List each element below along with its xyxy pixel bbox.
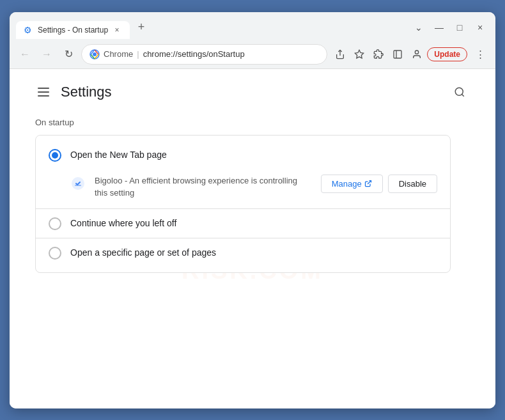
option-new-tab-label: Open the New Tab page	[70, 150, 167, 160]
extension-icon[interactable]	[369, 45, 387, 63]
browser-window: ⚙ Settings - On startup × + ⌄ — □ × ← → …	[10, 12, 495, 408]
maximize-button[interactable]: □	[451, 20, 469, 35]
active-tab[interactable]: ⚙ Settings - On startup ×	[16, 21, 130, 39]
page-title: Settings	[61, 84, 112, 100]
title-bar: ⚙ Settings - On startup × + ⌄ — □ ×	[10, 12, 495, 40]
option-new-tab-row[interactable]: Open the New Tab page	[36, 141, 450, 169]
option-continue-label: Continue where you left off	[70, 218, 176, 228]
option-continue-row[interactable]: Continue where you left off	[36, 209, 450, 238]
sidebar-toggle-icon[interactable]	[389, 45, 407, 63]
window-controls: ⌄ — □ ×	[410, 20, 489, 35]
extension-sub-icon	[70, 176, 86, 191]
tab-favicon: ⚙	[24, 25, 34, 35]
svg-rect-10	[75, 185, 81, 186]
svg-line-11	[368, 181, 371, 185]
svg-line-8	[462, 94, 463, 96]
address-divider: |	[137, 49, 139, 59]
search-button[interactable]	[449, 82, 470, 102]
bookmark-icon[interactable]	[350, 45, 368, 63]
settings-layout: TC RISK.COM Settings	[10, 69, 495, 408]
share-icon[interactable]	[331, 45, 349, 63]
hamburger-menu-button[interactable]	[35, 85, 52, 99]
svg-marker-3	[355, 50, 364, 58]
tab-close-button[interactable]: ×	[112, 25, 122, 35]
settings-title-row: Settings	[35, 84, 112, 100]
toolbar: ← → ↻ Chrome | chrome://settings/onStart…	[10, 40, 495, 69]
radio-new-tab[interactable]	[49, 149, 61, 162]
svg-point-6	[416, 51, 419, 54]
chrome-logo-icon	[89, 49, 100, 59]
back-button[interactable]: ←	[16, 45, 34, 63]
option-specific-row[interactable]: Open a specific page or set of pages	[36, 238, 450, 267]
more-menu-icon[interactable]: ⋮	[471, 45, 489, 63]
new-tab-button[interactable]: +	[132, 19, 150, 36]
svg-point-7	[455, 88, 463, 95]
pin-button[interactable]: ⌄	[410, 20, 428, 35]
extension-notice-row: Bigoloo - An efficient browsing experien…	[36, 169, 450, 208]
minimize-button[interactable]: —	[430, 20, 448, 35]
radio-specific[interactable]	[49, 247, 61, 260]
tab-title: Settings - On startup	[38, 26, 108, 35]
settings-main: TC RISK.COM Settings	[10, 69, 495, 408]
page-content: TC RISK.COM Settings	[10, 69, 495, 408]
manage-button[interactable]: Manage	[321, 175, 383, 193]
address-bar[interactable]: Chrome | chrome://settings/onStartup	[81, 44, 327, 65]
address-chrome-label: Chrome	[104, 49, 133, 59]
svg-point-1	[93, 52, 97, 56]
toolbar-actions: Update ⋮	[331, 45, 489, 63]
tab-strip: ⚙ Settings - On startup × +	[16, 19, 410, 39]
section-label: On startup	[35, 118, 470, 127]
forward-button[interactable]: →	[38, 45, 56, 63]
close-button[interactable]: ×	[471, 20, 489, 35]
option-specific-label: Open a specific page or set of pages	[70, 247, 216, 258]
extension-notice-text: Bigoloo - An efficient browsing experien…	[95, 175, 312, 199]
disable-button[interactable]: Disable	[388, 175, 437, 193]
radio-inner	[52, 152, 58, 159]
update-button[interactable]: Update	[427, 47, 467, 61]
options-card: Open the New Tab page	[35, 135, 451, 273]
settings-header: Settings	[35, 82, 470, 102]
extension-actions: Manage Disable	[321, 175, 437, 193]
address-url: chrome://settings/onStartup	[143, 49, 245, 59]
reload-button[interactable]: ↻	[59, 45, 77, 63]
svg-rect-4	[394, 51, 401, 58]
profile-icon[interactable]	[408, 45, 426, 63]
radio-continue[interactable]	[49, 217, 61, 230]
